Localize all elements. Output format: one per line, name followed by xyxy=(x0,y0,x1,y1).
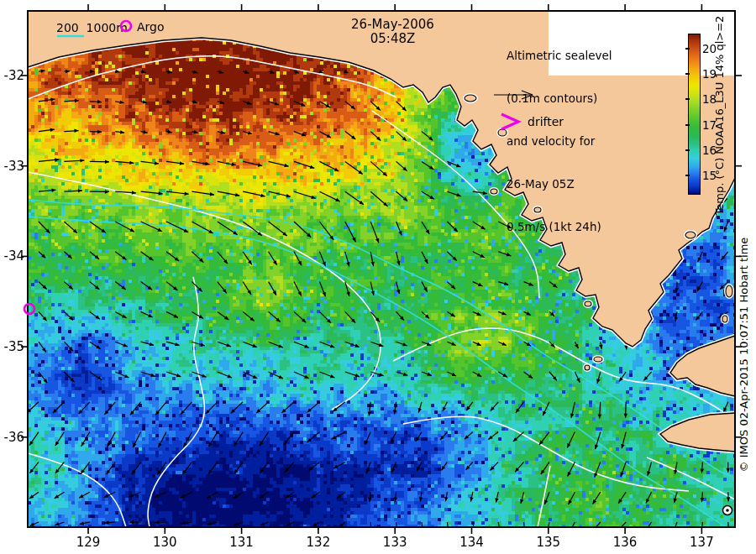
x-tick-label: 134 xyxy=(455,535,489,550)
colorbar-tick xyxy=(685,98,690,100)
y-tick-label: -36 xyxy=(0,430,24,445)
temperature-colorbar xyxy=(688,34,701,195)
argo-legend-label: Argo xyxy=(137,20,165,34)
x-tick-label: 132 xyxy=(302,535,335,550)
x-tick-label: 135 xyxy=(532,535,565,550)
x-tick-label: 130 xyxy=(148,535,181,550)
colorbar-tick-label: 20 xyxy=(702,42,717,55)
colorbar-tick-label: 15 xyxy=(702,169,717,182)
sst-figure: 26-May-200605:48Z 200 1000m Argo drifter… xyxy=(0,0,756,554)
annotation-line: and velocity for xyxy=(507,134,612,149)
annotation-line: Altimetric sealevel xyxy=(507,49,612,63)
x-tick-label: 137 xyxy=(685,535,718,550)
x-tick-label: 131 xyxy=(225,535,259,550)
colorbar-tick xyxy=(685,73,690,75)
isobath-legend-label: 200 1000m xyxy=(56,21,128,34)
annotation-line: 0.5m/s (1kt 24h) xyxy=(507,220,612,234)
y-tick-label: -35 xyxy=(0,339,24,354)
y-tick-label: -33 xyxy=(0,159,24,174)
map-time: 05:48Z xyxy=(370,31,416,46)
annotation-line: 26-May 05Z xyxy=(507,177,612,191)
map-date: 26-May-2006 xyxy=(351,17,434,32)
colorbar-tick xyxy=(685,48,690,50)
y-tick-label: -32 xyxy=(0,68,24,83)
colorbar-tick-label: 19 xyxy=(702,67,717,81)
x-tick-label: 133 xyxy=(378,535,412,550)
colorbar-tick xyxy=(685,175,690,176)
colorbar-tick xyxy=(685,149,690,151)
colorbar-tick-label: 17 xyxy=(702,118,717,132)
colorbar-tick-label: 18 xyxy=(702,92,717,106)
y-tick-label: -34 xyxy=(0,248,24,264)
colorbar-tick-label: 16 xyxy=(702,144,717,157)
imos-credit: © IMOS 02-Apr-2015 10:07:51 Hobart time xyxy=(738,179,752,531)
altimetric-annotation: Altimetric sealevel (0.1m contours) and … xyxy=(507,20,612,263)
sst-map-canvas xyxy=(28,11,735,527)
x-tick-label: 136 xyxy=(608,535,642,550)
annotation-line: (0.1m contours) xyxy=(507,91,612,106)
x-tick-label: 129 xyxy=(71,535,105,550)
colorbar-tick xyxy=(685,124,690,126)
map-title: 26-May-200605:48Z xyxy=(319,18,466,46)
